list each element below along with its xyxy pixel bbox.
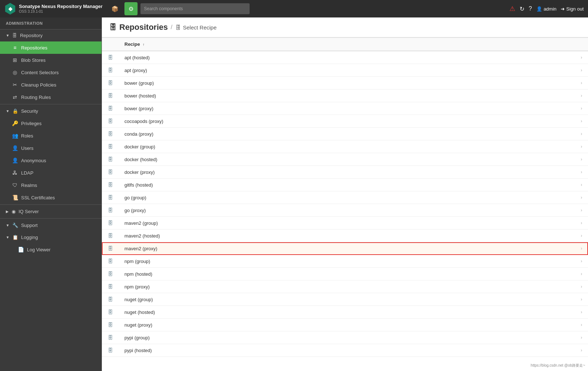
- table-row[interactable]: 🗄 maven2 (group) ›: [102, 217, 588, 230]
- sidebar-item-privileges[interactable]: 🔑 Privileges: [0, 117, 102, 129]
- table-row[interactable]: 🗄 npm (proxy) ›: [102, 280, 588, 293]
- row-label-cell: maven2 (group): [119, 217, 575, 230]
- table-row[interactable]: 🗄 docker (proxy) ›: [102, 166, 588, 179]
- col-recipe-header[interactable]: Recipe ↑: [119, 38, 575, 51]
- table-row[interactable]: 🗄 nuget (group) ›: [102, 293, 588, 306]
- row-label-cell: maven2 (hosted): [119, 230, 575, 242]
- app-logo: ◆ Sonatype Nexus Repository Manager OSS …: [4, 3, 103, 15]
- row-icon-cell: 🗄: [102, 89, 119, 102]
- sidebar-group-security-label: Security: [21, 108, 38, 114]
- routing-rules-icon: ⇄: [12, 94, 18, 100]
- chevron-down-icon-logging: ▼: [6, 235, 9, 239]
- table-row[interactable]: 🗄 npm (hosted) ›: [102, 268, 588, 280]
- sidebar-group-security[interactable]: ▼ 🔒 Security: [0, 105, 102, 117]
- sidebar-item-realms-label: Realms: [21, 183, 37, 188]
- sidebar-item-roles[interactable]: 👥 Roles: [0, 129, 102, 142]
- row-icon-cell: 🗄: [102, 293, 119, 306]
- row-icon-cell: 🗄: [102, 280, 119, 293]
- recipe-icon: 🗄: [108, 93, 113, 99]
- search-input[interactable]: [140, 3, 250, 14]
- row-icon-cell: 🗄: [102, 102, 119, 115]
- sidebar-item-anonymous-label: Anonymous: [21, 158, 46, 163]
- sidebar-item-log-viewer[interactable]: 📄 Log Viewer: [0, 243, 102, 256]
- row-label-cell: docker (hosted): [119, 153, 575, 166]
- sidebar-group-support[interactable]: ▼ 🔧 Support: [0, 219, 102, 231]
- table-row[interactable]: 🗄 bower (hosted) ›: [102, 89, 588, 102]
- row-chevron-cell: ›: [575, 217, 588, 230]
- table-row[interactable]: 🗄 pypi (group) ›: [102, 331, 588, 344]
- table-row[interactable]: 🗄 pypi (hosted) ›: [102, 344, 588, 357]
- sidebar-item-blob-stores-label: Blob Stores: [21, 57, 45, 63]
- sidebar-group-iq-server[interactable]: ▶ ◉ IQ Server: [0, 206, 102, 218]
- sidebar-item-blob-stores[interactable]: ⊞ Blob Stores: [0, 54, 102, 66]
- row-chevron-cell: ›: [575, 230, 588, 242]
- table-row[interactable]: 🗄 go (proxy) ›: [102, 204, 588, 217]
- row-icon-cell: 🗄: [102, 115, 119, 128]
- sidebar-item-content-selectors[interactable]: ◎ Content Selectors: [0, 66, 102, 79]
- help-button[interactable]: ?: [529, 5, 532, 12]
- repositories-breadcrumb-icon: 🗄: [109, 23, 116, 32]
- sidebar-item-routing-rules-label: Routing Rules: [21, 95, 51, 100]
- row-chevron-cell: ›: [575, 331, 588, 344]
- sort-asc-icon: ↑: [143, 43, 144, 47]
- ldap-icon: 🖧: [12, 170, 18, 176]
- table-row[interactable]: 🗄 npm (group) ›: [102, 255, 588, 268]
- row-label-cell: nuget (proxy): [119, 319, 575, 331]
- recipe-icon: 🗄: [108, 144, 113, 149]
- row-chevron-cell: ›: [575, 293, 588, 306]
- row-chevron-cell: ›: [575, 153, 588, 166]
- sidebar-item-repositories[interactable]: ≡ Repositories: [0, 41, 102, 54]
- sidebar-item-ssl-certificates[interactable]: 📜 SSL Certificates: [0, 191, 102, 204]
- sidebar-item-anonymous[interactable]: 👤 Anonymous: [0, 154, 102, 167]
- col-chevron-header: [575, 38, 588, 51]
- recipe-icon: 🗄: [108, 80, 113, 86]
- row-icon-cell: 🗄: [102, 230, 119, 242]
- table-row[interactable]: 🗄 nuget (proxy) ›: [102, 319, 588, 331]
- sidebar-group-logging[interactable]: ▼ 📋 Logging: [0, 231, 102, 243]
- table-row[interactable]: 🗄 apt (proxy) ›: [102, 64, 588, 77]
- alert-icon: ⚠: [509, 5, 515, 13]
- recipe-icon: 🗄: [108, 284, 113, 290]
- row-icon-cell: 🗄: [102, 242, 119, 255]
- row-chevron-cell: ›: [575, 255, 588, 268]
- sidebar-item-ldap[interactable]: 🖧 LDAP: [0, 167, 102, 179]
- app-title: Sonatype Nexus Repository Manager: [19, 4, 103, 9]
- recipe-icon: 🗄: [108, 322, 113, 328]
- sidebar-item-users[interactable]: 👤 Users: [0, 142, 102, 154]
- table-row[interactable]: 🗄 conda (proxy) ›: [102, 128, 588, 140]
- table-row[interactable]: 🗄 go (group) ›: [102, 191, 588, 204]
- browse-button[interactable]: 📦: [108, 2, 122, 15]
- signout-button[interactable]: ➜ Sign out: [561, 6, 584, 12]
- breadcrumb-separator: /: [171, 24, 172, 31]
- row-chevron-cell: ›: [575, 77, 588, 89]
- recipe-icon: 🗄: [108, 105, 113, 111]
- row-label-cell: npm (group): [119, 255, 575, 268]
- table-row[interactable]: 🗄 maven2 (hosted) ›: [102, 230, 588, 242]
- table-row[interactable]: 🗄 maven2 (proxy) ›: [102, 242, 588, 255]
- table-row[interactable]: 🗄 gitlfs (hosted) ›: [102, 179, 588, 191]
- cleanup-policies-icon: ✂: [12, 82, 18, 88]
- recipe-icon: 🗄: [108, 195, 113, 200]
- row-chevron-cell: ›: [575, 268, 588, 280]
- admin-button[interactable]: ⚙: [124, 2, 138, 15]
- table-row[interactable]: 🗄 nuget (hosted) ›: [102, 306, 588, 319]
- table-row[interactable]: 🗄 bower (group) ›: [102, 77, 588, 89]
- recipe-icon: 🗄: [108, 335, 113, 340]
- row-icon-cell: 🗄: [102, 204, 119, 217]
- table-row[interactable]: 🗄 bower (proxy) ›: [102, 102, 588, 115]
- sidebar-group-repository[interactable]: ▼ 🗄 Repository: [0, 29, 102, 41]
- blob-stores-icon: ⊞: [12, 57, 18, 63]
- sidebar-item-cleanup-policies[interactable]: ✂ Cleanup Policies: [0, 79, 102, 91]
- refresh-button[interactable]: ↻: [520, 5, 524, 12]
- roles-icon: 👥: [12, 133, 18, 139]
- table-row[interactable]: 🗄 cocoapods (proxy) ›: [102, 115, 588, 128]
- table-row[interactable]: 🗄 apt (hosted) ›: [102, 51, 588, 64]
- row-chevron-cell: ›: [575, 191, 588, 204]
- row-chevron-cell: ›: [575, 64, 588, 77]
- sidebar-item-realms[interactable]: 🛡 Realms: [0, 179, 102, 191]
- row-icon-cell: 🗄: [102, 268, 119, 280]
- sidebar-item-routing-rules[interactable]: ⇄ Routing Rules: [0, 91, 102, 103]
- table-row[interactable]: 🗄 docker (group) ›: [102, 140, 588, 153]
- row-chevron-cell: ›: [575, 204, 588, 217]
- table-row[interactable]: 🗄 docker (hosted) ›: [102, 153, 588, 166]
